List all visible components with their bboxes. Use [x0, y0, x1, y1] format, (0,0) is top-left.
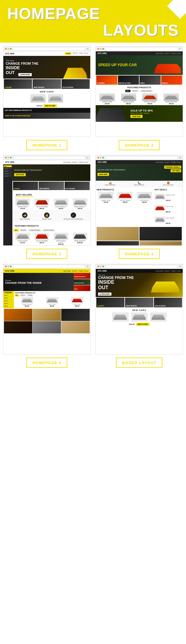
bl-cat-old-school[interactable]: OLD SCHOOL [154, 298, 182, 307]
bl-price: $44.00 [129, 323, 134, 325]
dot-green-hp2 [102, 48, 104, 50]
hp1-preview[interactable]: ≡ ATS ORE HOME SPORT TUNE BLOG The new C… [3, 46, 91, 137]
hp2-cat-4[interactable]: WHEELS [161, 76, 182, 85]
hp1-inside: INSIDE [6, 65, 20, 70]
hp2-sale-btn[interactable]: SHOP NOW [130, 115, 143, 118]
bl-label-box: BOXED LAYOUT [116, 358, 162, 368]
hp2-car-shape-1 [101, 95, 113, 99]
hp3-cat-2[interactable]: NEW DESIGN [39, 182, 64, 190]
hp3-cat-3[interactable]: OLD SCHOOL [65, 182, 90, 190]
hp1-nav-tune[interactable]: TUNE [79, 52, 83, 55]
hp2-cat-1[interactable]: STEERING [96, 76, 117, 85]
hp1-bottom-banner: WHAT'S THE ULTIMATE BARGAIN? [3, 113, 90, 119]
hp3-satisfaction: ✓ SATISFACTION GUARANTEED [63, 212, 83, 220]
bl-cat-luxury[interactable]: LUXURY [96, 298, 124, 307]
hp1-hero-line3: INSIDE [6, 65, 38, 70]
bl-car-2 [131, 312, 148, 322]
hp1-cat-luxury[interactable]: LUXURY [4, 79, 32, 89]
hp3-hero-btn[interactable]: SHOP NOW [14, 173, 26, 176]
hp1-nav-links: HOME SPORT TUNE BLOG [65, 52, 88, 55]
hp1-cat-old-school[interactable]: OLD SCHOOL [62, 79, 90, 89]
hp2-car-1: GRAND SUPRA $34.95 [97, 93, 117, 105]
hp5-gal-4[interactable] [4, 321, 32, 333]
hp3-tab-winter[interactable]: WINTER PACK [42, 229, 55, 231]
header-title-line1: HOMEPAGE [7, 5, 179, 22]
hp3-categories: LUXURY NEW DESIGN OLD SCHOOL [12, 181, 90, 191]
hp5-tab-all[interactable]: ALL [15, 294, 19, 296]
hp1-nav-sport[interactable]: SPORT [72, 52, 78, 55]
hp5-preview[interactable]: ≡ ATS ORE FEATURES SPORT TUNER BLOG The … [3, 264, 91, 354]
hp3-tab-sport[interactable]: SPORT [20, 229, 27, 231]
hp5-thumb2[interactable]: WINTER ACTION [74, 279, 90, 285]
hp2-tab-tuner[interactable]: TUNER MODEL [140, 90, 153, 92]
hp5-gal-1[interactable] [4, 309, 32, 321]
hp3-sidebar-item-3[interactable]: Item 3 [4, 173, 12, 174]
hp2-car-shape-4 [165, 95, 177, 99]
bl-cat-new-design[interactable]: NEW DESIGN [125, 298, 153, 307]
hp3-bs-3: EURO PRODUCT $39.00 [52, 199, 70, 209]
hp3-cat-1[interactable]: LUXURY [13, 182, 38, 190]
bl-price-row: $44.00 ADD TO CART [96, 322, 183, 326]
hp5-gal-6[interactable] [61, 321, 90, 333]
bl-new-cars-title: NEW CARS [96, 308, 183, 312]
bl-car-body-3 [152, 314, 165, 320]
hp1-cat-new-design[interactable]: NEW DESIGN [33, 79, 61, 89]
hp2-tab-sport[interactable]: SPORT [131, 90, 139, 92]
hp3-guarantee-icon: ✓ [71, 212, 76, 218]
hp1-add-to-cart-btn[interactable]: ADD TO CART [43, 104, 57, 107]
hp5-label-box: HOMEPAGE 5 [26, 358, 67, 368]
hp5-thumb1[interactable]: STEERING WHEELS [74, 273, 90, 279]
hp4-new-cars: GRAND SUPRA $44.00 TOKYO EXTREME $56.00 … [97, 191, 154, 204]
hp1-nav-home[interactable]: HOME [65, 52, 71, 55]
hp4-preview[interactable]: ≡ ATS ORE FEATURES SPORT TUNER BLOG ON A… [95, 155, 183, 246]
hp5-feat-tabs: ALL SPORT TUNER [15, 294, 89, 296]
bl-label: BOXED LAYOUT [122, 361, 156, 365]
bl-add-to-cart-btn[interactable]: ADD TO CART [136, 323, 149, 326]
hp5-feat-3: TOKYO CAR $35.00 [65, 297, 89, 307]
hp5-tab-tuner[interactable]: TUNER [27, 294, 33, 296]
hp2-preview[interactable]: ≡ ATS ORE FEATURES SPORT TUNER BLOG Spee… [95, 46, 183, 137]
layout-card-hp5: ≡ ATS ORE FEATURES SPORT TUNER BLOG The … [3, 264, 91, 368]
dot-green [10, 48, 11, 50]
hp3-sidebar-cat[interactable]: CAT [4, 165, 12, 167]
hp4-svc-gift: 🎁 GIFT DISCOUNT [154, 181, 183, 187]
hp5-thumb3[interactable]: TIRES [74, 285, 90, 291]
browser-chrome-hp3: ≡ [3, 155, 90, 160]
hp3-tab-all[interactable]: ALL [14, 229, 19, 231]
hp5-feat-2: EURO ITEM $56.00 [40, 297, 64, 307]
hp4-hero-badges: STEERING WHEELS CAR TIRES [164, 166, 181, 172]
hp3-sidebar-item-1[interactable]: Item 1 [4, 168, 12, 170]
hp4-new-products-title: NEW PRODUCTS [97, 188, 154, 191]
hp2-car-shape-2 [123, 95, 135, 99]
hp1-nav-blog[interactable]: BLOG [84, 52, 88, 55]
hp2-cat-2[interactable]: WINTER ACTION [118, 76, 139, 85]
hp3-sidebar-item-2[interactable]: Item 2 [4, 170, 12, 172]
layouts-grid: ≡ ATS ORE HOME SPORT TUNE BLOG The new C… [0, 43, 186, 371]
hp3-featured-tabs: ALL SPORT TUNER MODEL WINTER PACK [12, 228, 90, 232]
hp5-gal-2[interactable] [33, 309, 61, 321]
hp1-hero: The new CHANGE FROM THE INSIDE OUT LEARN… [3, 56, 90, 79]
bl-learn-more-btn[interactable]: LEARN MORE [98, 293, 111, 296]
hp5-slider-text: The new CHANGE FROM THE INSIDE [5, 280, 42, 284]
hp4-shop-btn[interactable]: SHOP NOW [98, 173, 109, 176]
hp3-preview[interactable]: ≡ ATS ORE FEATURES SPORT TUNER BLOG CAT … [3, 155, 91, 246]
bl-preview[interactable]: ≡ ATS ORE FEATURES SPORT TUNER BLOG The … [95, 264, 183, 354]
hp4-svc-shipping: 🚚 FREE SHIPPING [96, 181, 125, 187]
hp3-shipping-icon: 🚚 [22, 212, 27, 218]
hp2-tab-all[interactable]: ALL [125, 90, 130, 92]
browser-bar [14, 48, 85, 50]
hp1-learn-more-btn[interactable]: LEARN MORE [18, 73, 32, 76]
hp5-gal-3[interactable] [61, 309, 90, 321]
hp4-nav-links: FEATURES SPORT TUNER BLOG [156, 161, 181, 163]
hp3-nav: ATS ORE FEATURES SPORT TUNER BLOG [3, 160, 90, 164]
hp5-gal-5[interactable] [33, 321, 61, 333]
hp4-right-col: HOT DEALS GRAND SUPRA$44.00 TOKYO ITEM$5… [155, 188, 182, 225]
hp5-gallery [3, 308, 90, 334]
hp1-label: HOMEPAGE 1 [32, 143, 61, 147]
hp3-feat-3: EURO DESIGN $295.00 $200.00 [52, 233, 70, 245]
hp5-tab-sport[interactable]: SPORT [20, 294, 26, 296]
hp3-tab-tuner[interactable]: TUNER MODEL [28, 229, 41, 231]
hp3-sidebar-item-4[interactable]: Item 4 [4, 175, 12, 177]
hp3-bs-4: MORE PRODUCT $25.00 [71, 199, 89, 209]
hp2-cat-3[interactable]: TIRES [140, 76, 161, 85]
